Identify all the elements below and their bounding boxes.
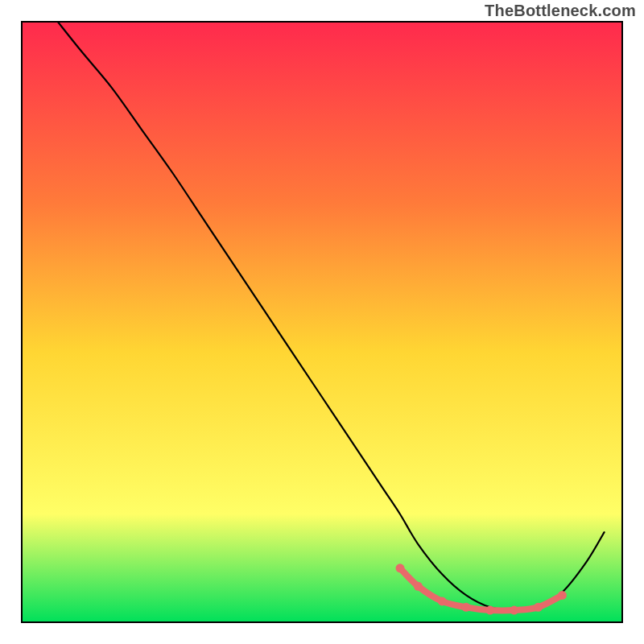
watermark-text: TheBottleneck.com xyxy=(485,2,636,20)
chart-svg xyxy=(0,0,644,644)
red-highlight-dot xyxy=(534,603,543,612)
red-highlight-dot xyxy=(438,597,447,605)
red-highlight-dot xyxy=(414,582,423,591)
red-highlight-dot xyxy=(510,606,518,615)
plot-background xyxy=(22,22,622,622)
red-highlight-dot xyxy=(395,564,404,572)
chart-wrapper: TheBottleneck.com xyxy=(0,0,644,644)
red-highlight-dot xyxy=(558,591,567,600)
red-highlight-dot xyxy=(462,603,471,612)
red-highlight-dot xyxy=(485,606,494,615)
